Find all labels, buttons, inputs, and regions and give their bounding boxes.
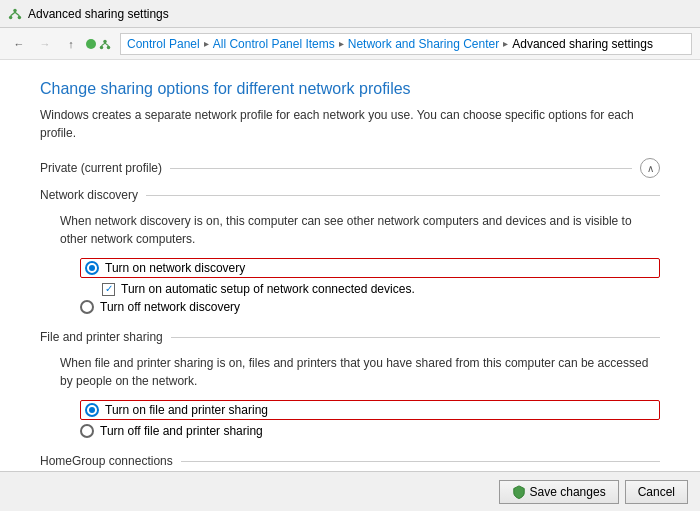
file-sharing-options: Turn on file and printer sharing Turn of… [80, 400, 660, 438]
page-description: Windows creates a separate network profi… [40, 106, 660, 142]
fs-on-option[interactable]: Turn on file and printer sharing [80, 400, 660, 420]
file-sharing-title: File and printer sharing [40, 330, 163, 344]
fs-off-option[interactable]: Turn off file and printer sharing [80, 424, 660, 438]
breadcrumb-sep-2: ▸ [339, 38, 344, 49]
cancel-button[interactable]: Cancel [625, 480, 688, 504]
breadcrumb-current: Advanced sharing settings [512, 37, 653, 51]
private-section-title: Private (current profile) [40, 161, 162, 175]
title-bar-text: Advanced sharing settings [28, 7, 169, 21]
nd-on-option[interactable]: Turn on network discovery [80, 258, 660, 278]
nd-on-label: Turn on network discovery [105, 261, 245, 275]
nd-off-label: Turn off network discovery [100, 300, 240, 314]
fs-on-label: Turn on file and printer sharing [105, 403, 268, 417]
svg-point-0 [13, 8, 17, 12]
nd-auto-setup-checkbox[interactable] [102, 283, 115, 296]
file-sharing-line [171, 337, 660, 338]
network-discovery-title: Network discovery [40, 188, 138, 202]
svg-point-6 [100, 45, 104, 49]
fs-off-label: Turn off file and printer sharing [100, 424, 263, 438]
svg-point-1 [9, 15, 13, 19]
private-collapse-button[interactable]: ∧ [640, 158, 660, 178]
page-title: Change sharing options for different net… [40, 80, 660, 98]
cancel-label: Cancel [638, 485, 675, 499]
breadcrumb-sep-3: ▸ [503, 38, 508, 49]
network-discovery-options: Turn on network discovery Turn on automa… [80, 258, 660, 314]
shield-icon [512, 485, 526, 499]
save-label: Save changes [530, 485, 606, 499]
bottom-bar: Save changes Cancel [0, 471, 700, 511]
network-icon [8, 7, 22, 21]
breadcrumb-control-panel[interactable]: Control Panel [127, 37, 200, 51]
svg-line-9 [105, 43, 109, 46]
fs-on-radio[interactable] [85, 403, 99, 417]
breadcrumb-all-items[interactable]: All Control Panel Items [213, 37, 335, 51]
breadcrumb: Control Panel ▸ All Control Panel Items … [120, 33, 692, 55]
file-sharing-section: File and printer sharing When file and p… [40, 330, 660, 438]
svg-line-4 [15, 12, 19, 16]
private-section-header: Private (current profile) ∧ [40, 158, 660, 178]
breadcrumb-sep-1: ▸ [204, 38, 209, 49]
nd-auto-setup-label: Turn on automatic setup of network conne… [121, 282, 415, 296]
network-discovery-section: Network discovery When network discovery… [40, 188, 660, 314]
breadcrumb-sharing-center[interactable]: Network and Sharing Center [348, 37, 499, 51]
network-small-icon [98, 37, 112, 51]
nd-off-option[interactable]: Turn off network discovery [80, 300, 660, 314]
svg-point-7 [107, 45, 111, 49]
network-discovery-line [146, 195, 660, 196]
nav-bar: ← → ↑ Control Panel ▸ All Control Panel … [0, 28, 700, 60]
file-sharing-header: File and printer sharing [40, 330, 660, 344]
private-section: Private (current profile) ∧ Network disc… [40, 158, 660, 471]
svg-line-8 [102, 43, 106, 46]
homegroup-line [181, 461, 660, 462]
network-discovery-header: Network discovery [40, 188, 660, 202]
file-sharing-desc: When file and printer sharing is on, fil… [60, 354, 660, 390]
nd-off-radio[interactable] [80, 300, 94, 314]
nd-auto-setup-option[interactable]: Turn on automatic setup of network conne… [102, 282, 660, 296]
forward-button[interactable]: → [34, 33, 56, 55]
svg-line-3 [11, 12, 15, 16]
network-status-dot [86, 39, 96, 49]
fs-off-radio[interactable] [80, 424, 94, 438]
save-button[interactable]: Save changes [499, 480, 619, 504]
network-discovery-desc: When network discovery is on, this compu… [60, 212, 660, 248]
homegroup-section: HomeGroup connections Typically, Windows… [40, 454, 660, 471]
nd-on-radio[interactable] [85, 261, 99, 275]
back-button[interactable]: ← [8, 33, 30, 55]
homegroup-header: HomeGroup connections [40, 454, 660, 468]
title-bar: Advanced sharing settings [0, 0, 700, 28]
svg-point-5 [103, 39, 107, 43]
up-button[interactable]: ↑ [60, 33, 82, 55]
main-content: Change sharing options for different net… [0, 60, 700, 471]
homegroup-title: HomeGroup connections [40, 454, 173, 468]
svg-point-2 [18, 15, 22, 19]
private-section-line [170, 168, 632, 169]
